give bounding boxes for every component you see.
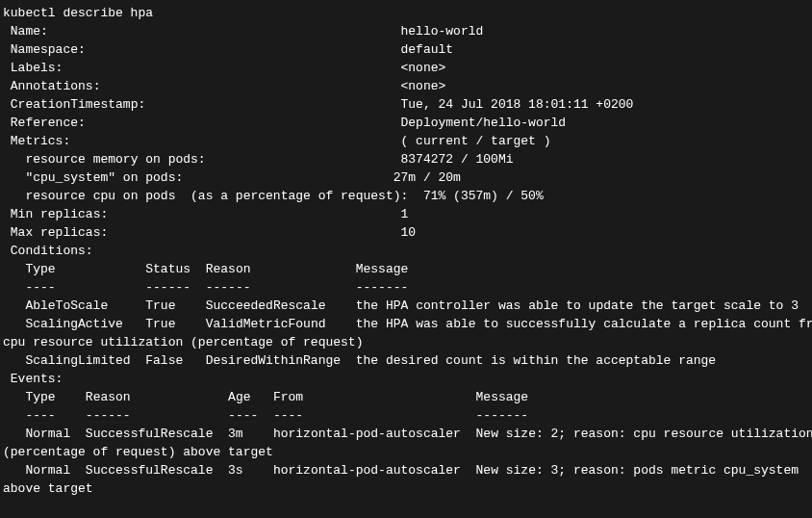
ev-message-cont: (percentage of request) above target <box>3 445 273 459</box>
ev-type: Normal <box>25 427 70 441</box>
field-value: ( current / target ) <box>401 134 551 148</box>
field-label: Namespace: <box>11 42 86 57</box>
col-divider: ------- <box>476 408 529 423</box>
cond-status: True <box>145 317 175 331</box>
field-value: 10 <box>400 225 416 240</box>
col-header: Status <box>145 262 190 276</box>
cond-type: AbleToScale <box>25 298 108 313</box>
ev-from: horizontal-pod-autoscaler <box>273 427 461 441</box>
col-header: Message <box>356 262 409 276</box>
ev-from: horizontal-pod-autoscaler <box>273 463 461 478</box>
col-header: Message <box>476 390 529 404</box>
field-value: hello-world <box>401 24 484 39</box>
ev-reason: SuccessfulRescale <box>86 427 214 441</box>
cond-type: ScalingActive <box>25 317 122 331</box>
ev-message: New size: 2; reason: cpu resource utiliz… <box>476 427 812 441</box>
field-value: default <box>400 42 453 57</box>
col-divider: ---- <box>25 408 55 423</box>
terminal-output: kubectl describe hpa Name: hello-world N… <box>0 0 812 502</box>
col-header: Type <box>25 390 55 404</box>
metric-value: 27m / 20m <box>393 170 461 185</box>
field-value: 1 <box>400 207 408 221</box>
col-divider: ------- <box>356 280 409 295</box>
metric-value: 71% (357m) / 50% <box>423 189 544 203</box>
section-header: Conditions: <box>11 244 93 258</box>
cond-reason: DesiredWithinRange <box>206 353 341 368</box>
metric-value: 8374272 / 100Mi <box>401 152 514 167</box>
ev-reason: SuccessfulRescale <box>86 463 214 478</box>
cond-message: the desired count is within the acceptab… <box>356 353 716 368</box>
ev-type: Normal <box>25 463 70 478</box>
ev-message-cont: above target <box>3 481 93 496</box>
col-header: Reason <box>86 390 131 404</box>
cond-message: the HPA controller was able to update th… <box>356 298 799 313</box>
cond-reason: ValidMetricFound <box>206 317 326 331</box>
field-label: Min replicas: <box>11 207 108 221</box>
section-header: Events: <box>11 372 63 386</box>
cond-message-cont: cpu resource utilization (percentage of … <box>3 335 363 350</box>
metric-label: resource cpu on pods (as a percentage of… <box>11 189 408 203</box>
col-divider: ---- <box>273 408 303 423</box>
field-value: Deployment/hello-world <box>400 116 566 130</box>
cond-status: False <box>145 353 183 368</box>
field-value: Tue, 24 Jul 2018 18:01:11 +0200 <box>401 97 634 112</box>
col-divider: ------ <box>145 280 190 295</box>
field-label: Annotations: <box>11 79 101 93</box>
ev-age: 3s <box>228 463 243 478</box>
cond-status: True <box>145 298 175 313</box>
field-label: CreationTimestamp: <box>11 97 145 112</box>
col-divider: ---- <box>228 408 258 423</box>
col-header: Age <box>228 390 250 404</box>
metric-label: resource memory on pods: <box>11 152 206 167</box>
ev-age: 3m <box>228 427 243 441</box>
field-value: <none> <box>401 79 446 93</box>
field-value: <none> <box>400 61 445 75</box>
col-header: From <box>273 390 303 404</box>
command-line: kubectl describe hpa <box>3 6 153 20</box>
col-divider: ---- <box>25 280 55 295</box>
ev-message: New size: 3; reason: pods metric cpu_sys… <box>476 463 799 478</box>
col-divider: ------ <box>86 408 131 423</box>
field-label: Name: <box>11 24 48 39</box>
cond-type: ScalingLimited <box>25 353 130 368</box>
cond-reason: SucceededRescale <box>206 298 326 313</box>
field-label: Max replicas: <box>11 225 108 240</box>
cond-message: the HPA was able to successfully calcula… <box>356 317 812 331</box>
field-label: Reference: <box>11 116 86 130</box>
col-header: Type <box>25 262 55 276</box>
field-label: Metrics: <box>11 134 70 148</box>
col-divider: ------ <box>206 280 251 295</box>
col-header: Reason <box>206 262 251 276</box>
metric-label: "cpu_system" on pods: <box>11 170 183 185</box>
field-label: Labels: <box>11 61 63 75</box>
